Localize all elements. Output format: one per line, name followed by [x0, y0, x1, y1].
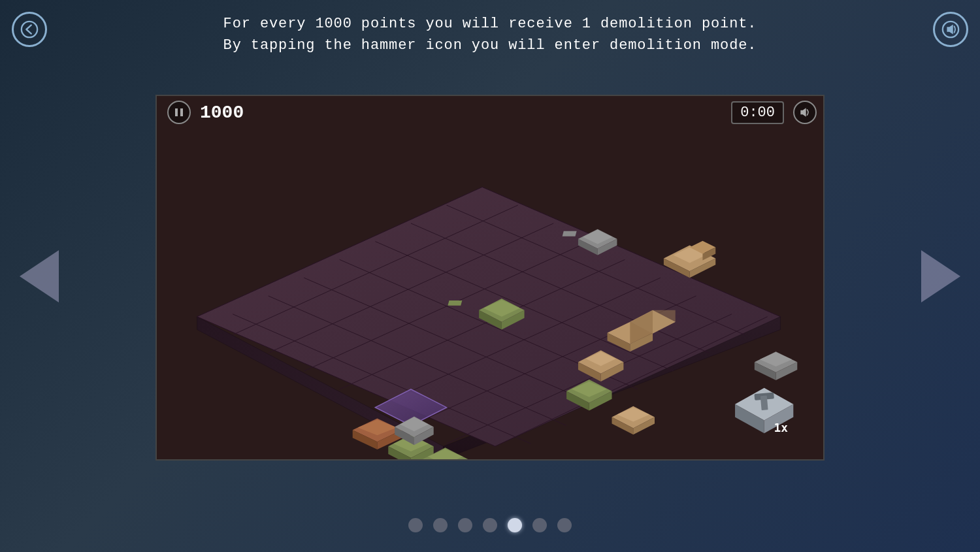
game-svg: 1x — [157, 129, 823, 459]
svg-rect-32 — [563, 231, 577, 236]
dot-6[interactable] — [532, 518, 547, 532]
game-container: 1000 0:00 — [155, 95, 825, 461]
dot-4[interactable] — [483, 518, 497, 532]
instruction-container: For every 1000 points you will receive 1… — [223, 13, 757, 56]
svg-marker-2 — [947, 25, 953, 35]
prev-arrow[interactable] — [20, 250, 59, 302]
svg-text:1x: 1x — [774, 421, 789, 434]
back-button[interactable] — [12, 12, 47, 47]
sound-button-top[interactable] — [933, 12, 968, 47]
dot-7[interactable] — [557, 518, 572, 532]
svg-point-0 — [22, 22, 37, 37]
svg-rect-86 — [760, 395, 768, 410]
sound-button-hud[interactable] — [793, 101, 817, 124]
game-hud: 1000 0:00 — [157, 96, 823, 129]
building-tan-3 — [612, 406, 655, 435]
pause-button[interactable] — [167, 101, 191, 124]
pagination — [408, 518, 572, 532]
dot-5[interactable] — [508, 518, 522, 532]
instruction-line1: For every 1000 points you will receive 1… — [223, 13, 757, 35]
isometric-board: 1x — [157, 129, 823, 459]
building-gray-3 — [755, 351, 797, 380]
svg-marker-5 — [800, 108, 806, 116]
dot-1[interactable] — [408, 518, 423, 532]
instruction-line2: By tapping the hammer icon you will ente… — [223, 35, 757, 56]
dot-3[interactable] — [458, 518, 472, 532]
hammer-icon: 1x — [735, 388, 793, 434]
svg-rect-4 — [180, 108, 183, 116]
svg-rect-43 — [448, 300, 462, 306]
dot-2[interactable] — [433, 518, 448, 532]
next-arrow[interactable] — [921, 250, 960, 302]
timer-display: 0:00 — [731, 101, 784, 124]
score-display: 1000 — [200, 103, 244, 123]
svg-rect-3 — [175, 108, 178, 116]
